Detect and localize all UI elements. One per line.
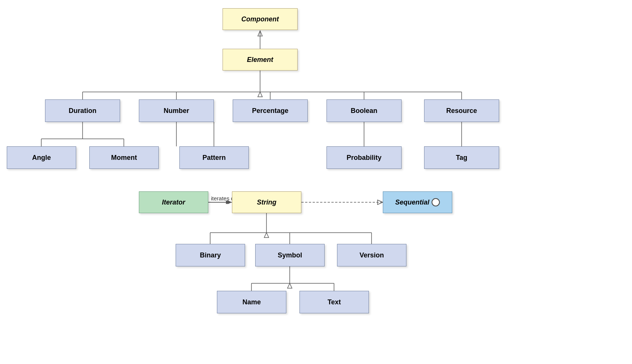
svg-marker-1 [258,31,262,36]
component-node: Component [223,8,298,30]
probability-node: Probability [327,146,402,169]
svg-marker-4 [258,92,262,97]
svg-line-15 [176,122,214,139]
percentage-node: Percentage [233,99,308,122]
version-node: Version [337,244,406,266]
moment-node: Moment [89,146,159,169]
string-node: String [232,191,301,213]
text-node: Text [299,291,369,313]
binary-node: Binary [176,244,245,266]
svg-marker-21 [264,233,269,238]
svg-marker-27 [287,283,292,288]
tag-node: Tag [424,146,499,169]
symbol-node: Symbol [255,244,325,266]
element-node: Element [223,49,298,71]
number-node: Number [139,99,214,122]
pattern-node: Pattern [179,146,249,169]
sequential-circle-icon [432,198,440,206]
sequential-node: Sequential [383,191,452,213]
name-node: Name [217,291,286,313]
angle-node: Angle [7,146,76,169]
duration-node: Duration [45,99,120,122]
iterator-node: Iterator [139,191,208,213]
uml-diagram: Component Element Duration Number Percen… [0,0,632,364]
boolean-node: Boolean [327,99,402,122]
resource-node: Resource [424,99,499,122]
svg-marker-32 [378,200,383,205]
